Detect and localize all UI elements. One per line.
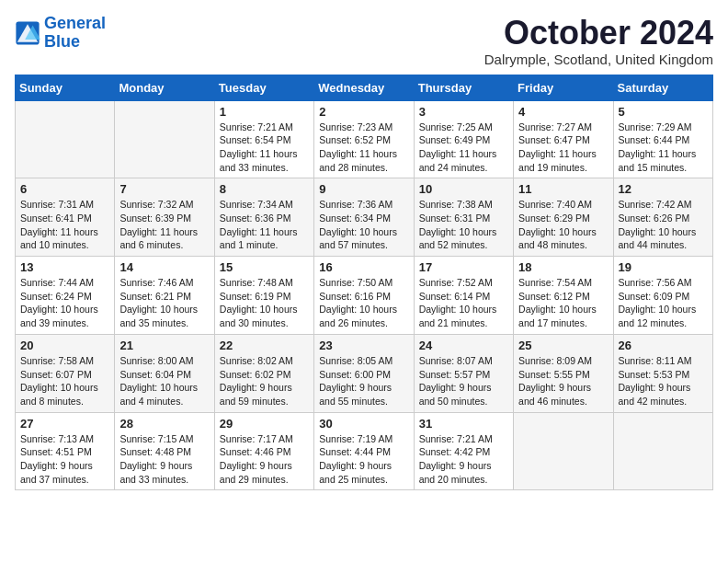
day-info-line: Daylight: 10 hours	[619, 225, 708, 239]
day-info-line: Daylight: 10 hours	[119, 381, 209, 395]
day-number: 16	[319, 260, 408, 274]
day-number: 9	[319, 182, 408, 196]
day-info-line: Sunrise: 7:29 AM	[619, 121, 708, 134]
day-info-line: Daylight: 10 hours	[319, 225, 408, 239]
day-info-line: Sunset: 4:46 PM	[220, 445, 309, 459]
day-info-line: Sunset: 4:48 PM	[119, 445, 209, 459]
day-number: 15	[220, 260, 309, 274]
day-info-line: and 19 minutes.	[518, 161, 608, 175]
day-info-line: and 48 minutes.	[518, 238, 608, 252]
calendar-cell: 16Sunrise: 7:50 AMSunset: 6:16 PMDayligh…	[314, 257, 414, 335]
day-info-line: Sunset: 6:39 PM	[119, 212, 209, 225]
day-number: 14	[119, 260, 209, 274]
day-info-line: Daylight: 9 hours	[20, 459, 109, 473]
day-number: 21	[119, 339, 209, 352]
day-info-line: and 6 minutes.	[119, 238, 209, 252]
day-info-line: Sunset: 6:29 PM	[518, 212, 608, 225]
calendar-cell: 13Sunrise: 7:44 AMSunset: 6:24 PMDayligh…	[16, 257, 115, 335]
day-info-line: Sunset: 6:31 PM	[419, 212, 508, 225]
calendar-cell	[514, 412, 613, 490]
day-info-line: Sunrise: 7:19 AM	[319, 432, 408, 446]
week-row-2: 6Sunrise: 7:31 AMSunset: 6:41 PMDaylight…	[16, 178, 713, 257]
day-number: 2	[319, 105, 408, 119]
day-info-line: Sunrise: 7:31 AM	[20, 198, 109, 212]
calendar-cell	[613, 412, 712, 490]
header-row: SundayMondayTuesdayWednesdayThursdayFrid…	[16, 75, 713, 100]
day-info-line: and 8 minutes.	[20, 395, 109, 408]
calendar-cell: 11Sunrise: 7:40 AMSunset: 6:29 PMDayligh…	[514, 178, 613, 257]
calendar-cell: 28Sunrise: 7:15 AMSunset: 4:48 PMDayligh…	[115, 412, 214, 490]
day-number: 5	[619, 105, 708, 119]
day-info-line: Sunset: 6:54 PM	[220, 133, 309, 147]
day-info-line: and 29 minutes.	[220, 473, 309, 487]
calendar-cell: 12Sunrise: 7:42 AMSunset: 6:26 PMDayligh…	[613, 178, 712, 257]
day-number: 3	[419, 105, 508, 119]
day-number: 30	[319, 417, 408, 431]
day-info-line: Sunrise: 7:48 AM	[220, 276, 309, 290]
day-number: 31	[419, 417, 508, 431]
location-subtitle: Dalrymple, Scotland, United Kingdom	[484, 52, 713, 67]
day-info-line: Sunset: 6:41 PM	[20, 212, 109, 225]
day-info-line: and 33 minutes.	[220, 161, 309, 175]
day-info-line: Sunrise: 8:00 AM	[119, 354, 209, 368]
calendar-cell: 15Sunrise: 7:48 AMSunset: 6:19 PMDayligh…	[214, 257, 313, 335]
day-number: 29	[220, 417, 309, 431]
day-info-line: and 10 minutes.	[20, 238, 109, 252]
day-info-line: Sunrise: 7:58 AM	[20, 354, 109, 368]
week-row-4: 20Sunrise: 7:58 AMSunset: 6:07 PMDayligh…	[16, 334, 713, 412]
day-info-line: Sunset: 6:52 PM	[319, 133, 408, 147]
day-info-line: Daylight: 10 hours	[119, 303, 209, 316]
day-header-wednesday: Wednesday	[314, 75, 414, 100]
day-info-line: Daylight: 10 hours	[419, 225, 508, 239]
day-info-line: Sunrise: 7:44 AM	[20, 276, 109, 290]
day-info-line: Daylight: 10 hours	[220, 303, 309, 316]
day-info-line: Sunset: 6:36 PM	[220, 212, 309, 225]
day-info-line: Sunrise: 7:25 AM	[419, 121, 508, 134]
calendar-cell: 9Sunrise: 7:36 AMSunset: 6:34 PMDaylight…	[314, 178, 414, 257]
day-info-line: Sunset: 4:51 PM	[20, 445, 109, 459]
day-info-line: and 55 minutes.	[319, 395, 408, 408]
day-info-line: Sunrise: 7:17 AM	[220, 432, 309, 446]
day-info-line: Daylight: 11 hours	[220, 147, 309, 161]
calendar-cell: 3Sunrise: 7:25 AMSunset: 6:49 PMDaylight…	[414, 100, 513, 178]
day-info-line: Sunrise: 7:56 AM	[619, 276, 708, 290]
day-number: 25	[518, 339, 608, 352]
day-info-line: Sunset: 6:16 PM	[319, 290, 408, 304]
day-info-line: Daylight: 9 hours	[220, 381, 309, 395]
day-info-line: Sunset: 6:21 PM	[119, 290, 209, 304]
day-header-friday: Friday	[514, 75, 613, 100]
day-info-line: and 12 minutes.	[619, 316, 708, 330]
calendar-cell: 4Sunrise: 7:27 AMSunset: 6:47 PMDaylight…	[514, 100, 613, 178]
day-info-line: and 46 minutes.	[518, 395, 608, 408]
day-info-line: Sunset: 6:49 PM	[419, 133, 508, 147]
day-info-line: and 28 minutes.	[319, 161, 408, 175]
logo-text: General Blue	[44, 15, 106, 52]
calendar-cell: 10Sunrise: 7:38 AMSunset: 6:31 PMDayligh…	[414, 178, 513, 257]
day-info-line: Sunrise: 7:34 AM	[220, 198, 309, 212]
logo-line1: General	[44, 14, 106, 32]
day-info-line: Sunset: 6:02 PM	[220, 368, 309, 382]
day-info-line: Sunrise: 7:36 AM	[319, 198, 408, 212]
day-info-line: and 26 minutes.	[319, 316, 408, 330]
day-info-line: and 24 minutes.	[419, 161, 508, 175]
day-number: 19	[619, 260, 708, 274]
day-info-line: Sunrise: 7:21 AM	[419, 432, 508, 446]
day-number: 12	[619, 182, 708, 196]
day-info-line: and 35 minutes.	[119, 316, 209, 330]
day-info-line: Daylight: 10 hours	[20, 303, 109, 316]
day-info-line: Daylight: 11 hours	[20, 225, 109, 239]
day-info-line: and 17 minutes.	[518, 316, 608, 330]
calendar-table: SundayMondayTuesdayWednesdayThursdayFrid…	[15, 75, 713, 491]
calendar-cell: 23Sunrise: 8:05 AMSunset: 6:00 PMDayligh…	[314, 334, 414, 412]
day-info-line: Sunrise: 7:40 AM	[518, 198, 608, 212]
calendar-cell	[115, 100, 214, 178]
day-header-monday: Monday	[115, 75, 214, 100]
day-number: 10	[419, 182, 508, 196]
day-info-line: Daylight: 9 hours	[319, 459, 408, 473]
calendar-cell: 26Sunrise: 8:11 AMSunset: 5:53 PMDayligh…	[613, 334, 712, 412]
day-info-line: Sunset: 6:24 PM	[20, 290, 109, 304]
day-info-line: Daylight: 10 hours	[319, 303, 408, 316]
day-info-line: Sunrise: 7:15 AM	[119, 432, 209, 446]
day-info-line: Daylight: 11 hours	[220, 225, 309, 239]
day-number: 28	[119, 417, 209, 431]
